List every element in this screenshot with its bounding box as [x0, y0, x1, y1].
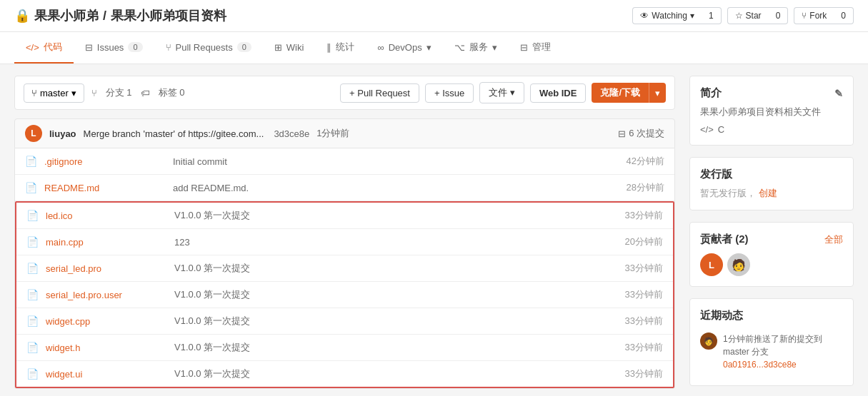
fork-count-value: 0 — [841, 11, 846, 21]
file-name[interactable]: widget.cpp — [46, 316, 174, 327]
repo-owner-link[interactable]: 果果小师弟 — [34, 7, 99, 24]
star-icon: ☆ — [735, 11, 743, 21]
sidebar: 简介 ✎ 果果小师弟项目资料相关文件 </> C 发行版 暂无发行版， 创建 贡… — [689, 76, 854, 396]
tab-stats[interactable]: ∥ 统计 — [315, 32, 366, 64]
commit-count-label: 6 次提交 — [629, 127, 664, 140]
file-name[interactable]: led.ico — [46, 210, 174, 221]
tab-issues[interactable]: ⊟ Issues 0 — [74, 32, 154, 64]
watching-button[interactable]: 👁 Watching ▾ — [632, 7, 702, 24]
services-icon: ⌥ — [454, 42, 465, 53]
clone-arrow-button[interactable]: ▾ — [649, 83, 666, 103]
file-commit: Initial commit — [173, 156, 607, 167]
file-commit: 123 — [174, 237, 606, 248]
issue-button[interactable]: + Issue — [425, 83, 474, 103]
tags-count: 标签 0 — [159, 86, 185, 99]
file-icon: 📄 — [26, 210, 39, 221]
file-name[interactable]: serial_led.pro.user — [46, 290, 174, 300]
devops-icon: ∞ — [377, 42, 384, 53]
chevron-down-icon: ▾ — [510, 87, 515, 98]
file-time: 33分钟前 — [606, 315, 663, 328]
file-icon: 📄 — [25, 182, 37, 193]
tag-icon: 🏷 — [141, 88, 150, 98]
separator: / — [103, 9, 106, 24]
commit-user: liuyao — [49, 128, 76, 139]
clone-button[interactable]: 克隆/下载 — [592, 83, 649, 103]
release-section: 发行版 暂无发行版， 创建 — [689, 157, 854, 210]
sidebar-lang: </> C — [700, 124, 843, 135]
tab-wiki[interactable]: ⊞ Wiki — [263, 32, 316, 64]
file-icon: 📄 — [26, 236, 39, 248]
contributors-header: 贡献者 (2) 全部 — [700, 233, 843, 246]
file-row: 📄 serial_led.pro V1.0.0 第一次提交 33分钟前 — [16, 255, 673, 282]
file-name[interactable]: README.md — [44, 183, 173, 193]
tab-code[interactable]: </> 代码 — [14, 32, 74, 64]
file-icon: 📄 — [26, 289, 39, 300]
star-group: ☆ Star 0 — [727, 7, 789, 24]
lock-icon: 🔒 — [14, 8, 30, 24]
file-commit: add README.md. — [173, 183, 607, 193]
edit-icon[interactable]: ✎ — [834, 88, 843, 99]
activity-section: 近期动态 🧑 1分钟前推送了新的提交到 master 分支 0a01916...… — [689, 298, 854, 386]
watching-count-value: 1 — [709, 11, 714, 21]
wiki-icon: ⊞ — [274, 42, 282, 53]
fork-label: Fork — [809, 11, 827, 21]
star-button[interactable]: ☆ Star — [727, 7, 769, 24]
file-row: 📄 serial_led.pro.user V1.0.0 第一次提交 33分钟前 — [16, 282, 673, 308]
contributor-avatar-1[interactable]: L — [700, 253, 723, 276]
repo-name-link[interactable]: 果果小师弟项目资料 — [111, 7, 226, 24]
pr-icon: ⑂ — [166, 42, 171, 53]
file-name[interactable]: serial_led.pro — [46, 263, 174, 274]
tab-services[interactable]: ⌥ 服务 ▾ — [443, 32, 509, 64]
tab-pull-requests[interactable]: ⑂ Pull Requests 0 — [154, 32, 263, 64]
watching-count[interactable]: 1 — [702, 7, 722, 24]
commit-hash[interactable]: 3d3ce8e — [274, 128, 309, 139]
stats-icon: ∥ — [326, 42, 331, 53]
highlighted-file-group: 📄 led.ico V1.0.0 第一次提交 33分钟前 📄 main.cpp … — [15, 201, 674, 388]
tab-devops[interactable]: ∞ DevOps ▾ — [366, 32, 442, 64]
commit-bar: L liuyao Merge branch 'master' of https:… — [14, 118, 675, 148]
chevron-down-icon: ▾ — [426, 42, 431, 53]
clone-group: 克隆/下载 ▾ — [592, 83, 666, 103]
intro-section: 简介 ✎ 果果小师弟项目资料相关文件 </> C — [689, 76, 854, 146]
branch-icon: ⑂ — [31, 88, 37, 98]
file-time: 33分钟前 — [606, 288, 663, 301]
services-chevron-icon: ▾ — [492, 42, 497, 53]
contributors-all-link[interactable]: 全部 — [824, 233, 843, 246]
header-actions: 👁 Watching ▾ 1 ☆ Star 0 ⑂ Fork — [632, 7, 854, 24]
fork-group: ⑂ Fork 0 — [794, 7, 854, 24]
branch-selector[interactable]: ⑂ master ▾ — [24, 83, 84, 103]
star-count[interactable]: 0 — [769, 7, 789, 24]
file-button[interactable]: 文件 ▾ — [479, 82, 524, 103]
fork-count[interactable]: 0 — [834, 7, 854, 24]
contributors-title: 贡献者 (2) — [700, 233, 749, 246]
avatar: L — [25, 125, 42, 142]
file-icon: 📄 — [26, 342, 39, 353]
chevron-down-icon: ▾ — [690, 11, 694, 21]
file-row: 📄 .gitignore Initial commit 42分钟前 — [15, 148, 674, 175]
release-create-link[interactable]: 创建 — [759, 188, 777, 198]
pull-request-button[interactable]: + Pull Request — [340, 83, 419, 103]
file-name[interactable]: main.cpp — [46, 237, 174, 248]
file-commit: V1.0.0 第一次提交 — [174, 209, 606, 222]
file-name[interactable]: widget.h — [46, 342, 174, 353]
chevron-down-icon: ▾ — [71, 88, 76, 98]
file-time: 33分钟前 — [606, 367, 663, 380]
file-row: 📄 README.md add README.md. 28分钟前 — [15, 175, 674, 201]
file-name[interactable]: widget.ui — [46, 369, 174, 380]
contributors-section: 贡献者 (2) 全部 L 🧑 — [689, 222, 854, 287]
file-icon: 📄 — [25, 156, 37, 167]
file-time: 20分钟前 — [606, 235, 663, 248]
issues-icon: ⊟ — [85, 42, 93, 53]
fork-button[interactable]: ⑂ Fork — [794, 7, 834, 24]
contributor-avatar-2[interactable]: 🧑 — [727, 253, 750, 276]
file-row: 📄 led.ico V1.0.0 第一次提交 33分钟前 — [16, 203, 673, 229]
activity-avatar: 🧑 — [700, 332, 717, 350]
commit-time: 1分钟前 — [316, 127, 349, 140]
file-name[interactable]: .gitignore — [44, 156, 173, 167]
webide-button[interactable]: Web IDE — [530, 83, 587, 103]
contributors-avatars: L 🧑 — [700, 253, 843, 276]
repo-area: ⑂ master ▾ ⑂ 分支 1 🏷 标签 0 + Pull Request … — [14, 76, 675, 396]
release-title: 发行版 — [700, 168, 843, 181]
tab-manage[interactable]: ⊟ 管理 — [509, 32, 562, 64]
activity-commit-link[interactable]: 0a01916...3d3ce8e — [723, 360, 797, 370]
